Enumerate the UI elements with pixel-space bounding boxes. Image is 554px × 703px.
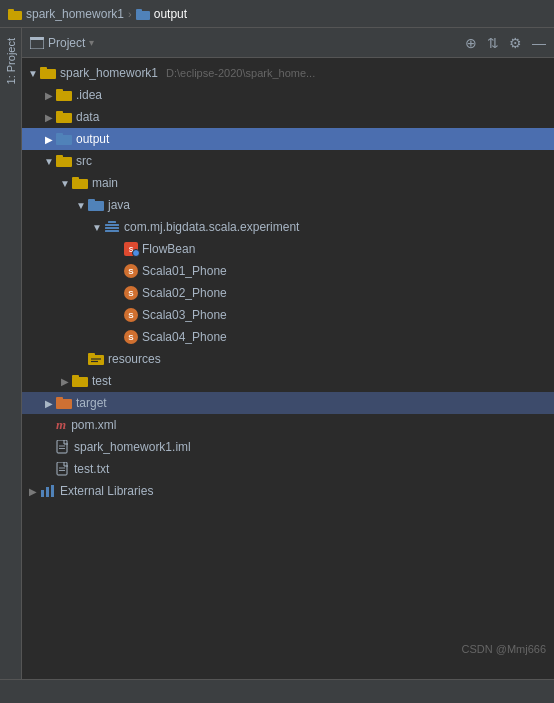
svg-rect-3 — [136, 9, 142, 12]
flowbean-label: FlowBean — [142, 242, 195, 256]
target-folder-icon — [56, 396, 72, 410]
tree-item-main[interactable]: ▼ main — [22, 172, 554, 194]
output-folder-icon — [56, 132, 72, 146]
panel-title-label: Project — [48, 36, 85, 50]
svg-rect-25 — [88, 353, 95, 356]
scala03-label: Scala03_Phone — [142, 308, 227, 322]
svg-rect-31 — [56, 397, 63, 400]
src-label: src — [76, 154, 92, 168]
svg-rect-30 — [56, 399, 72, 409]
tree-item-resources[interactable]: resources — [22, 348, 554, 370]
src-folder-icon — [56, 154, 72, 168]
tree-item-idea[interactable]: ▶ .idea — [22, 84, 554, 106]
idea-arrow: ▶ — [42, 90, 56, 101]
tree-item-scala02[interactable]: S Scala02_Phone — [22, 282, 554, 304]
scala01-label: Scala01_Phone — [142, 264, 227, 278]
maven-icon: m — [56, 417, 66, 433]
test-folder-icon — [72, 374, 88, 388]
breadcrumb-separator: › — [128, 8, 132, 20]
scala04-label: Scala04_Phone — [142, 330, 227, 344]
scala03-icon: S — [124, 308, 138, 322]
svg-rect-17 — [72, 177, 79, 180]
tree-item-test[interactable]: ▶ test — [22, 370, 554, 392]
main-label: main — [92, 176, 118, 190]
minimize-icon[interactable]: — — [532, 35, 546, 51]
tree-item-java[interactable]: ▼ java — [22, 194, 554, 216]
txt-file-icon — [56, 462, 70, 476]
svg-rect-10 — [56, 113, 72, 123]
svg-rect-18 — [88, 201, 104, 211]
tree-root[interactable]: ▼ spark_homework1 D:\eclipse-2020\spark_… — [22, 62, 554, 84]
project-name: spark_homework1 — [26, 7, 124, 21]
ext-lib-arrow: ▶ — [26, 486, 40, 497]
data-arrow: ▶ — [42, 112, 56, 123]
watermark: CSDN @Mmj666 — [461, 643, 546, 655]
svg-rect-16 — [72, 179, 88, 189]
tree-item-scala01[interactable]: S Scala01_Phone — [22, 260, 554, 282]
tree-item-scala03[interactable]: S Scala03_Phone — [22, 304, 554, 326]
tree-item-src[interactable]: ▼ src — [22, 150, 554, 172]
tree-item-target[interactable]: ▶ target — [22, 392, 554, 414]
side-tab[interactable]: 1: Project — [0, 28, 22, 679]
svg-rect-20 — [105, 224, 119, 226]
iml-file-icon — [56, 440, 70, 454]
scala01-icon: S — [124, 264, 138, 278]
main-area: 1: Project Project ▾ ⊕ ⇅ ⚙ — — [0, 28, 554, 679]
folder-icon-title — [8, 8, 22, 20]
txt-label: test.txt — [74, 462, 109, 476]
svg-rect-11 — [56, 111, 63, 114]
tree-item-txt[interactable]: test.txt — [22, 458, 554, 480]
package-arrow: ▼ — [90, 222, 104, 233]
svg-rect-28 — [72, 377, 88, 387]
target-label: target — [76, 396, 107, 410]
scala02-label: Scala02_Phone — [142, 286, 227, 300]
resources-label: resources — [108, 352, 161, 366]
side-tab-label[interactable]: 1: Project — [3, 32, 19, 90]
java-folder-icon — [88, 198, 104, 212]
collapse-icon[interactable]: ⇅ — [487, 35, 499, 51]
panel-header: Project ▾ ⊕ ⇅ ⚙ — — [22, 28, 554, 58]
svg-rect-14 — [56, 157, 72, 167]
main-arrow: ▼ — [58, 178, 72, 189]
svg-rect-19 — [88, 199, 95, 202]
tree-item-package[interactable]: ▼ com.mj.bigdata.scala.experiment — [22, 216, 554, 238]
project-panel: Project ▾ ⊕ ⇅ ⚙ — ▼ spark_homework1 D:\e… — [22, 28, 554, 679]
scala04-icon: S — [124, 330, 138, 344]
package-label: com.mj.bigdata.scala.experiment — [124, 220, 299, 234]
tree-item-output[interactable]: ▶ output — [22, 128, 554, 150]
bottom-bar — [0, 679, 554, 703]
current-folder: output — [154, 7, 187, 21]
tree-item-scala04[interactable]: S Scala04_Phone — [22, 326, 554, 348]
src-arrow: ▼ — [42, 156, 56, 167]
svg-rect-2 — [136, 11, 150, 20]
panel-toolbar: ⊕ ⇅ ⚙ — — [465, 35, 546, 51]
output-arrow: ▶ — [42, 134, 56, 145]
svg-rect-29 — [72, 375, 79, 378]
data-folder-icon — [56, 110, 72, 124]
svg-rect-22 — [105, 230, 119, 232]
folder-icon-output — [136, 8, 150, 20]
tree-item-data[interactable]: ▶ data — [22, 106, 554, 128]
locate-icon[interactable]: ⊕ — [465, 35, 477, 51]
settings-icon[interactable]: ⚙ — [509, 35, 522, 51]
test-label: test — [92, 374, 111, 388]
tree-item-external-libraries[interactable]: ▶ External Libraries — [22, 480, 554, 502]
pom-label: pom.xml — [71, 418, 116, 432]
svg-rect-0 — [8, 11, 22, 20]
panel-dropdown-arrow[interactable]: ▾ — [89, 37, 94, 48]
svg-rect-9 — [56, 89, 63, 92]
tree-item-flowbean[interactable]: S FlowBean — [22, 238, 554, 260]
tree-item-iml[interactable]: spark_homework1.iml — [22, 436, 554, 458]
svg-rect-1 — [8, 9, 14, 12]
idea-label: .idea — [76, 88, 102, 102]
output-label: output — [76, 132, 109, 146]
svg-rect-24 — [88, 355, 104, 365]
project-tree[interactable]: ▼ spark_homework1 D:\eclipse-2020\spark_… — [22, 58, 554, 679]
tree-item-pom[interactable]: m pom.xml — [22, 414, 554, 436]
title-bar: spark_homework1 › output — [0, 0, 554, 28]
ext-lib-icon — [40, 484, 56, 498]
package-icon — [104, 220, 120, 234]
scala02-icon: S — [124, 286, 138, 300]
breadcrumb: spark_homework1 › output — [8, 7, 187, 21]
svg-rect-39 — [46, 487, 49, 497]
